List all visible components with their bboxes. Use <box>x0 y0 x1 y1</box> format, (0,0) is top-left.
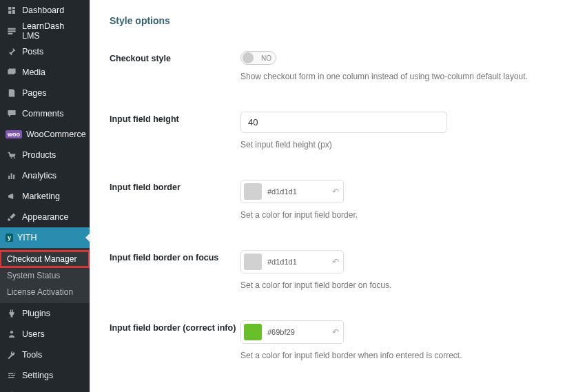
checkout-style-toggle[interactable]: NO <box>240 51 276 65</box>
field-hint: Set a color for input field border. <box>240 210 546 220</box>
sidebar-item-media[interactable]: Media <box>0 62 90 83</box>
plugin-icon <box>6 309 18 318</box>
toggle-knob <box>243 52 254 63</box>
sidebar-item-label: Settings <box>22 371 53 380</box>
field-hint: Show checkout form in one column instead… <box>240 72 546 81</box>
field-hint: Set input field height (px) <box>240 140 546 149</box>
media-icon <box>6 68 18 77</box>
submenu-license-activation[interactable]: License Activation <box>0 284 90 300</box>
color-swatch <box>244 254 262 270</box>
field-input-height: Input field height Set input field heigh… <box>110 112 546 149</box>
sidebar-item-learndash[interactable]: LearnDash LMS <box>0 21 90 41</box>
sidebar-item-label: Media <box>22 68 45 77</box>
field-label: Input field border (correct info) <box>110 320 240 333</box>
dashboard-icon <box>6 6 18 15</box>
sidebar-item-plugins[interactable]: Plugins <box>0 303 90 324</box>
border-color-picker[interactable]: #d1d1d1 ↶ <box>240 180 344 203</box>
sidebar-item-marketing[interactable]: Marketing <box>0 186 90 207</box>
users-icon <box>6 329 18 339</box>
section-title: Style options <box>110 15 546 26</box>
sidebar-item-label: Pages <box>22 88 46 98</box>
sidebar-item-woocommerce[interactable]: woo WooCommerce <box>0 124 90 145</box>
field-hint: Set a color for input field border when … <box>240 351 546 360</box>
wrench-icon <box>6 350 18 360</box>
sliders-icon <box>6 371 18 380</box>
color-swatch <box>244 324 262 340</box>
yith-icon: y <box>6 234 13 242</box>
products-icon <box>6 150 18 160</box>
submenu-checkout-manager[interactable]: Checkout Manager <box>0 251 90 267</box>
learndash-icon <box>6 26 18 36</box>
pin-icon <box>6 47 18 56</box>
admin-sidebar: Dashboard LearnDash LMS Posts Media Page… <box>0 0 90 392</box>
yith-submenu: Checkout Manager System Status License A… <box>0 248 90 303</box>
sidebar-item-appearance[interactable]: Appearance <box>0 207 90 227</box>
field-label: Input field height <box>110 112 240 124</box>
color-swatch <box>244 183 262 200</box>
sidebar-item-posts[interactable]: Posts <box>0 41 90 62</box>
field-checkout-style: Checkout style NO Show checkout form in … <box>110 51 546 81</box>
sidebar-item-label: WooCommerce <box>26 130 86 139</box>
sidebar-item-analytics[interactable]: Analytics <box>0 165 90 186</box>
analytics-icon <box>6 171 18 180</box>
brush-icon <box>6 212 18 222</box>
sidebar-item-label: Tools <box>22 350 42 360</box>
sidebar-item-dashboard[interactable]: Dashboard <box>0 0 90 21</box>
undo-icon[interactable]: ↶ <box>332 257 339 267</box>
sidebar-item-label: Comments <box>22 109 63 118</box>
sidebar-item-users[interactable]: Users <box>0 324 90 344</box>
sidebar-item-label: Analytics <box>22 171 56 180</box>
sidebar-item-label: Users <box>22 329 45 339</box>
input-height-input[interactable] <box>240 112 447 133</box>
sidebar-item-label: Appearance <box>22 212 68 222</box>
svg-point-0 <box>10 331 13 333</box>
undo-icon[interactable]: ↶ <box>332 187 339 196</box>
sidebar-item-label: Products <box>22 150 56 160</box>
field-label: Input field border on focus <box>110 250 240 262</box>
sidebar-item-pages[interactable]: Pages <box>0 83 90 103</box>
field-hint: Set a color for input field border on fo… <box>240 280 546 290</box>
field-border: Input field border #d1d1d1 ↶ Set a color… <box>110 180 546 220</box>
color-hex: #69bf29 <box>267 328 332 336</box>
undo-icon[interactable]: ↶ <box>332 327 339 337</box>
sidebar-item-label: Posts <box>22 47 43 56</box>
page-icon <box>6 88 18 98</box>
sidebar-item-label: Dashboard <box>22 6 64 15</box>
color-hex: #d1d1d1 <box>267 258 332 266</box>
sidebar-item-yith[interactable]: y YITH <box>0 227 90 248</box>
woocommerce-icon: woo <box>6 130 22 138</box>
sidebar-item-label: Marketing <box>22 192 60 201</box>
sidebar-item-comments[interactable]: Comments <box>0 103 90 124</box>
main-content: Style options Checkout style NO Show che… <box>90 0 565 392</box>
field-border-correct: Input field border (correct info) #69bf2… <box>110 320 546 360</box>
border-correct-color-picker[interactable]: #69bf29 ↶ <box>240 320 344 344</box>
toggle-state: NO <box>261 54 271 62</box>
sidebar-item-collapse[interactable]: Collapse menu <box>0 386 90 392</box>
sidebar-item-tools[interactable]: Tools <box>0 344 90 365</box>
sidebar-item-label: LearnDash LMS <box>22 21 84 41</box>
sidebar-item-products[interactable]: Products <box>0 145 90 165</box>
submenu-system-status[interactable]: System Status <box>0 267 90 284</box>
field-border-focus: Input field border on focus #d1d1d1 ↶ Se… <box>110 250 546 290</box>
field-label: Checkout style <box>110 51 240 63</box>
border-focus-color-picker[interactable]: #d1d1d1 ↶ <box>240 250 344 274</box>
field-label: Input field border <box>110 180 240 192</box>
sidebar-item-settings[interactable]: Settings <box>0 365 90 386</box>
megaphone-icon <box>6 192 18 201</box>
comment-icon <box>6 109 18 118</box>
sidebar-item-label: YITH <box>17 233 37 243</box>
color-hex: #d1d1d1 <box>267 187 332 196</box>
sidebar-item-label: Plugins <box>22 309 50 318</box>
